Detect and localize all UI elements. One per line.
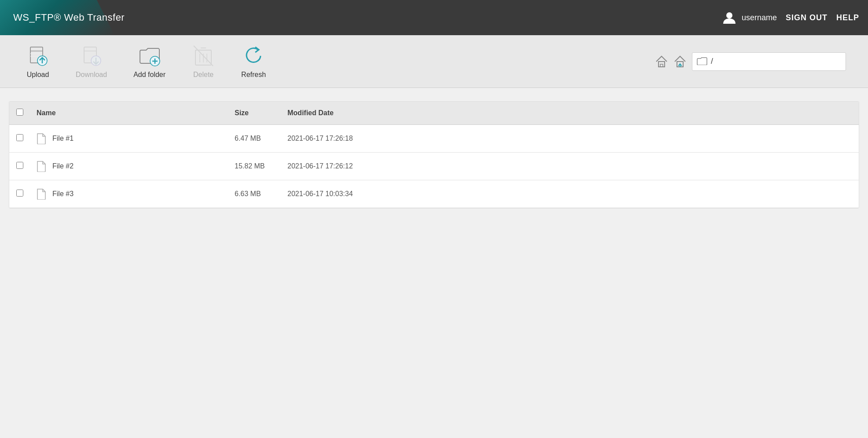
table-body: File #1 6.47 MB2021-06-17 17:26:18 File …: [9, 125, 859, 208]
table-row: File #3 6.63 MB2021-06-17 10:03:34: [9, 180, 859, 208]
modified-col-header: Modified Date: [282, 102, 859, 125]
row-date-cell: 2021-06-17 17:26:12: [282, 153, 859, 180]
sign-out-button[interactable]: SIGN OUT: [786, 13, 828, 22]
upload-label: Upload: [27, 71, 49, 79]
download-icon: [80, 44, 103, 67]
file-icon: [37, 188, 46, 200]
row-size-cell: 6.63 MB: [229, 180, 282, 208]
delete-icon: [192, 44, 215, 67]
row-size-cell: 6.47 MB: [229, 125, 282, 153]
select-all-header: [9, 102, 31, 125]
refresh-label: Refresh: [241, 71, 266, 79]
row-name-cell: File #2: [31, 153, 229, 180]
user-icon: [721, 10, 737, 26]
table-row: File #1 6.47 MB2021-06-17 17:26:18: [9, 125, 859, 153]
row-checkbox-cell: [9, 125, 31, 153]
add-folder-button[interactable]: Add folder: [120, 40, 179, 83]
delete-label: Delete: [193, 71, 213, 79]
path-input[interactable]: [711, 57, 841, 66]
select-all-checkbox[interactable]: [16, 109, 23, 116]
download-label: Download: [76, 71, 107, 79]
home-icon[interactable]: [654, 54, 669, 69]
main-content: Name Size Modified Date File #1 6.47 MB2…: [9, 101, 859, 208]
row-checkbox-cell: [9, 153, 31, 180]
brand: WS_FTP® Web Transfer: [9, 12, 125, 23]
name-col-header: Name: [31, 102, 229, 125]
path-icons: [654, 54, 688, 69]
row-size-cell: 15.82 MB: [229, 153, 282, 180]
file-name: File #2: [52, 162, 74, 170]
help-button[interactable]: HELP: [836, 13, 859, 22]
table-row: File #2 15.82 MB2021-06-17 17:26:12: [9, 153, 859, 180]
add-folder-icon: [138, 44, 161, 67]
row-date-cell: 2021-06-17 10:03:34: [282, 180, 859, 208]
toolbar-path: [654, 52, 846, 71]
file-name: File #1: [52, 135, 74, 142]
username-text: username: [742, 13, 777, 22]
toolbar: Upload Download Add folder: [0, 35, 868, 88]
brand-text: WS_FTP® Web Transfer: [9, 12, 125, 23]
delete-button[interactable]: Delete: [179, 40, 228, 83]
svg-line-20: [194, 46, 213, 66]
file-name: File #3: [52, 190, 74, 198]
upload-icon: [26, 44, 49, 67]
username-display: username: [721, 10, 777, 26]
row-date-cell: 2021-06-17 17:26:18: [282, 125, 859, 153]
row-checkbox-1[interactable]: [16, 134, 23, 141]
refresh-button[interactable]: Refresh: [228, 40, 279, 83]
add-folder-label: Add folder: [133, 71, 166, 79]
header-right: username SIGN OUT HELP: [721, 10, 859, 26]
size-col-header: Size: [229, 102, 282, 125]
svg-point-0: [726, 12, 732, 18]
row-name-cell: File #1: [31, 125, 229, 153]
header: WS_FTP® Web Transfer username SIGN OUT H…: [0, 0, 868, 35]
file-icon: [37, 133, 46, 144]
upload-nav-icon[interactable]: [673, 54, 688, 69]
upload-button[interactable]: Upload: [13, 40, 63, 83]
download-button[interactable]: Download: [63, 40, 120, 83]
path-input-wrap: [692, 52, 846, 71]
file-icon: [37, 161, 46, 172]
row-name-cell: File #3: [31, 180, 229, 208]
file-table: Name Size Modified Date File #1 6.47 MB2…: [9, 102, 859, 208]
row-checkbox-3[interactable]: [16, 190, 23, 197]
path-folder-icon: [697, 56, 707, 67]
refresh-icon: [242, 44, 265, 67]
row-checkbox-2[interactable]: [16, 162, 23, 169]
row-checkbox-cell: [9, 180, 31, 208]
table-header: Name Size Modified Date: [9, 102, 859, 125]
